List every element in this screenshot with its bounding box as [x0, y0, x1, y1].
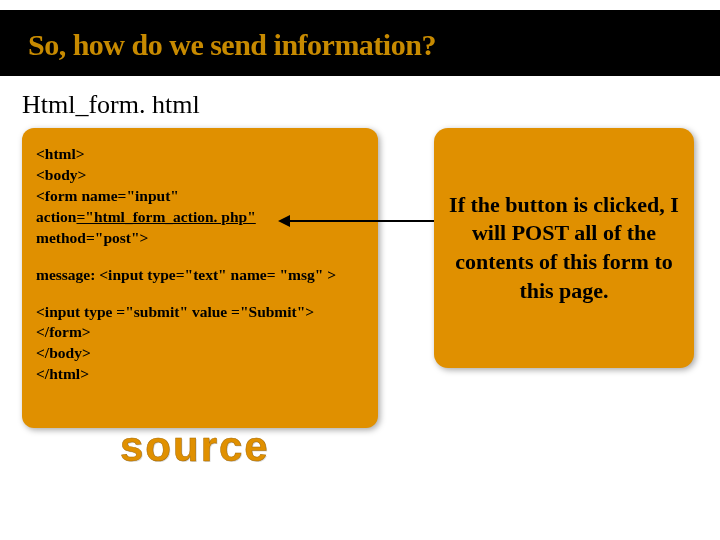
code-line: <form name="input" — [36, 186, 364, 207]
spacer — [36, 286, 364, 302]
source-label: source — [120, 423, 270, 471]
code-line: message: <input type="text" name= "msg" … — [36, 265, 364, 286]
code-line: </form> — [36, 322, 364, 343]
title-bar: So, how do we send information? — [0, 10, 720, 76]
code-line: </body> — [36, 343, 364, 364]
code-line: method="post"> — [36, 228, 364, 249]
code-line: </html> — [36, 364, 364, 385]
code-line: <body> — [36, 165, 364, 186]
spacer — [36, 249, 364, 265]
code-line: <html> — [36, 144, 364, 165]
code-line: action="html_form_action. php" — [36, 207, 364, 228]
code-underline: ="html_form_action. php" — [76, 208, 255, 225]
code-line: <input type ="submit" value ="Submit"> — [36, 302, 364, 323]
slide-title: So, how do we send information? — [28, 28, 692, 62]
arrow-icon — [280, 220, 440, 222]
content-area: <html> <body> <form name="input" action=… — [0, 128, 720, 508]
subtitle: Html_form. html — [22, 90, 720, 120]
code-box: <html> <body> <form name="input" action=… — [22, 128, 378, 428]
callout-text: If the button is clicked, I will POST al… — [448, 191, 680, 305]
code-span: action — [36, 208, 76, 225]
callout-box: If the button is clicked, I will POST al… — [434, 128, 694, 368]
